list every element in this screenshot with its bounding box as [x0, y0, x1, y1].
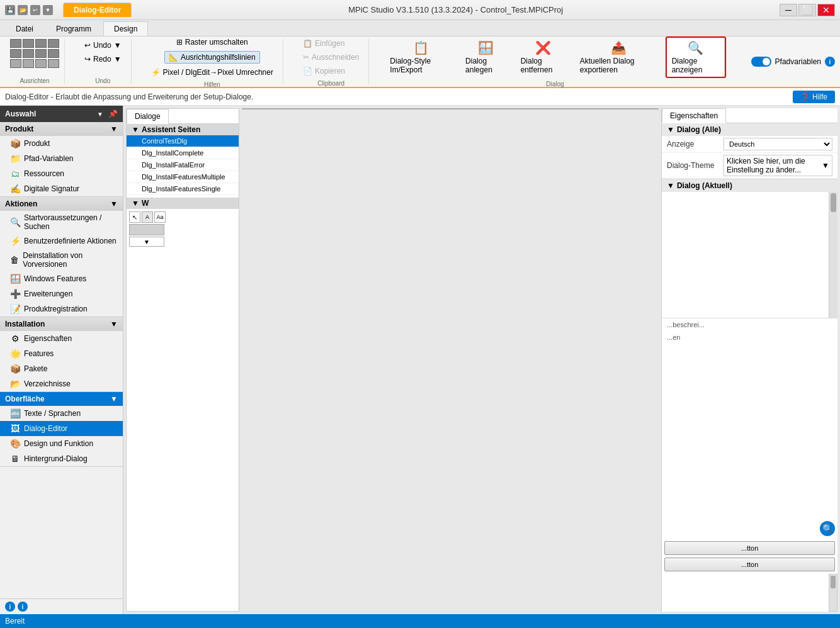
sidebar-item-windows-features[interactable]: 🪟 Windows Features: [0, 271, 123, 286]
sidebar-section-oberflaeche-header[interactable]: Oberfläche ▼: [0, 392, 123, 406]
properties-btn-2[interactable]: ...tton: [664, 558, 835, 571]
property-theme-selector[interactable]: Klicken Sie hier, um die Einstellung zu …: [724, 155, 832, 176]
dialog-export-button[interactable]: 📤 Aktuellen Dialog exportieren: [574, 37, 663, 77]
sidebar-item-start[interactable]: 🔍 Startvoraussetzungen / Suchen: [0, 211, 123, 233]
restore-button[interactable]: ⬜: [798, 4, 816, 16]
tool-a[interactable]: Aa: [154, 211, 166, 223]
sidebar-item-deinstall-label: Deinstallation von Vorversionen: [23, 251, 118, 269]
dialog-item-control-test[interactable]: ControlTestDlg: [127, 135, 239, 147]
align-icon-10[interactable]: [23, 59, 34, 68]
help-button[interactable]: ❓ Hilfe: [793, 91, 835, 103]
undo-button[interactable]: ↩ Undo ▼: [80, 39, 126, 52]
ribbon-tab-design[interactable]: Design: [103, 21, 148, 36]
properties-vscroll[interactable]: [829, 574, 837, 612]
sidebar-item-hintergrund[interactable]: 🖥 Hintergrund-Dialog: [0, 451, 123, 466]
sidebar-item-ressourcen-label: Ressourcen: [24, 169, 64, 178]
dialog-item-install-fatal[interactable]: Dlg_InstallFatalError: [127, 159, 239, 171]
property-extra-2[interactable]: ...en: [662, 331, 837, 344]
ausrichtung-button[interactable]: 📐 Ausrichtungshilfslinien: [164, 51, 260, 64]
dialog-item-install-complete[interactable]: Dlg_InstallComplete: [127, 147, 239, 159]
open-icon[interactable]: 📂: [18, 5, 28, 15]
raster-button[interactable]: ⊞ Raster umschalten: [172, 36, 253, 48]
pfadvariablen-toggle[interactable]: [751, 57, 771, 67]
sidebar-item-signatur[interactable]: ✍ Digitale Signatur: [0, 181, 123, 196]
info-icon-2[interactable]: i: [18, 602, 28, 612]
dialoge-tab[interactable]: Dialoge: [127, 109, 169, 124]
align-icon-9[interactable]: [10, 59, 21, 68]
ribbon-tab-programm[interactable]: Programm: [45, 21, 102, 36]
info-icon-1[interactable]: i: [5, 602, 15, 612]
paste-button[interactable]: 📋 Einfügen: [298, 37, 363, 50]
ribbon-tab-datei[interactable]: Datei: [5, 21, 44, 36]
sidebar-section-produkt-header[interactable]: Produkt ▼: [0, 122, 123, 136]
sidebar-item-ressourcen[interactable]: 🗂 Ressourcen: [0, 166, 123, 181]
assistent-seiten-section[interactable]: ▼ Assistent Seiten: [127, 124, 239, 135]
undo-icon[interactable]: ↩: [30, 5, 40, 15]
align-icon-5[interactable]: [10, 49, 21, 58]
pfadvariablen-info[interactable]: i: [825, 57, 835, 67]
properties-scrollbar[interactable]: [829, 192, 837, 318]
dialog-editor-tab[interactable]: Dialog-Editor: [63, 3, 132, 17]
redo-button[interactable]: ↪ Redo ▼: [80, 53, 126, 65]
dialog-item-features-multiple[interactable]: Dlg_InstallFeaturesMultiple: [127, 171, 239, 183]
align-icon-11[interactable]: [35, 59, 47, 68]
save-icon[interactable]: 💾: [5, 5, 15, 15]
sidebar-item-user-actions[interactable]: ⚡ Benutzerdefinierte Aktionen: [0, 233, 123, 249]
sidebar-item-verzeichnisse-label: Verzeichnisse: [24, 379, 71, 388]
sidebar-item-design[interactable]: 🎨 Design und Funktion: [0, 436, 123, 451]
tool-text[interactable]: A: [142, 211, 153, 223]
sidebar-item-pfad[interactable]: 📁 Pfad-Variablen: [0, 151, 123, 166]
dialog-anlegen-button[interactable]: 🪟 Dialog anlegen: [460, 37, 513, 77]
pixel-button[interactable]: ⚡ Pixel / DlgEdit→Pixel Umrechner: [147, 66, 278, 79]
tool-selector[interactable]: ▼: [129, 237, 164, 247]
dropdown-icon[interactable]: ▼: [43, 5, 53, 15]
align-icon-3[interactable]: [35, 39, 47, 48]
align-icon-4[interactable]: [48, 39, 59, 48]
align-icon-8[interactable]: [48, 49, 59, 58]
properties-btn-1[interactable]: ...tton: [664, 541, 835, 555]
dialog-anzeigen-button[interactable]: 🔍 Dialoge anzeigen: [666, 36, 726, 78]
paste-label: Einfügen: [315, 39, 344, 48]
v-section[interactable]: ▼ W: [127, 198, 239, 209]
copy-button[interactable]: 📄 Kopieren: [298, 65, 363, 77]
tool-cursor[interactable]: ↖: [129, 211, 140, 223]
auswahl-arrow[interactable]: ▼: [97, 111, 103, 118]
sidebar-item-produkt[interactable]: 📦 Produkt: [0, 136, 123, 151]
sidebar-item-texte[interactable]: 🔤 Texte / Sprachen: [0, 406, 123, 421]
align-icon-2[interactable]: [23, 39, 34, 48]
close-button[interactable]: ✕: [817, 4, 835, 16]
properties-aktuell-header[interactable]: ▼ Dialog (Aktuell): [662, 179, 837, 192]
status-text: Bereit: [5, 617, 25, 625]
property-extra-1[interactable]: ...beschrei...: [662, 318, 837, 331]
tool-slider[interactable]: [129, 224, 164, 235]
align-icon-7[interactable]: [35, 49, 47, 58]
auswahl-pin[interactable]: 📌: [108, 109, 118, 118]
sidebar-section-aktionen-header[interactable]: Aktionen ▼: [0, 197, 123, 211]
search-button[interactable]: 🔍: [820, 521, 835, 536]
align-icon-12[interactable]: [48, 59, 59, 68]
sidebar-item-erweiterungen[interactable]: ➕ Erweiterungen: [0, 286, 123, 301]
dialog-entfernen-button[interactable]: ❌ Dialog entfernen: [515, 37, 572, 77]
sidebar-item-deinstall[interactable]: 🗑 Deinstallation von Vorversionen: [0, 249, 123, 271]
sidebar-section-installation-header[interactable]: Installation ▼: [0, 317, 123, 331]
redo-arrow[interactable]: ▼: [114, 55, 122, 64]
sidebar-item-dialog-editor[interactable]: 🖼 Dialog-Editor: [0, 421, 123, 436]
sidebar-item-produktreg[interactable]: 📝 Produktregistration: [0, 301, 123, 317]
installation-label: Installation: [5, 320, 45, 328]
align-icon-6[interactable]: [23, 49, 34, 58]
sidebar-item-dialog-editor-label: Dialog-Editor: [24, 424, 67, 433]
pfadvariablen-label: Pfadvariablen: [775, 57, 821, 66]
eigenschaften-tab[interactable]: Eigenschaften: [662, 108, 726, 123]
dialog-item-features-single[interactable]: Dlg_InstallFeaturesSingle: [127, 183, 239, 195]
sidebar-item-features[interactable]: 🌟 Features: [0, 346, 123, 361]
align-icon-1[interactable]: [10, 39, 21, 48]
property-anzeige-select[interactable]: Deutsch: [724, 138, 832, 150]
dialog-style-button[interactable]: 📋 Dialog-Style Im/Export: [384, 37, 457, 77]
cut-button[interactable]: ✂ Ausschneiden: [298, 51, 363, 64]
sidebar-item-pakete[interactable]: 📦 Pakete: [0, 361, 123, 376]
minimize-button[interactable]: ─: [780, 4, 797, 16]
sidebar-item-eigenschaften[interactable]: ⚙ Eigenschaften: [0, 331, 123, 346]
properties-alle-header[interactable]: ▼ Dialog (Alle): [662, 123, 837, 136]
sidebar-item-verzeichnisse[interactable]: 📂 Verzeichnisse: [0, 376, 123, 391]
undo-arrow[interactable]: ▼: [114, 41, 122, 50]
